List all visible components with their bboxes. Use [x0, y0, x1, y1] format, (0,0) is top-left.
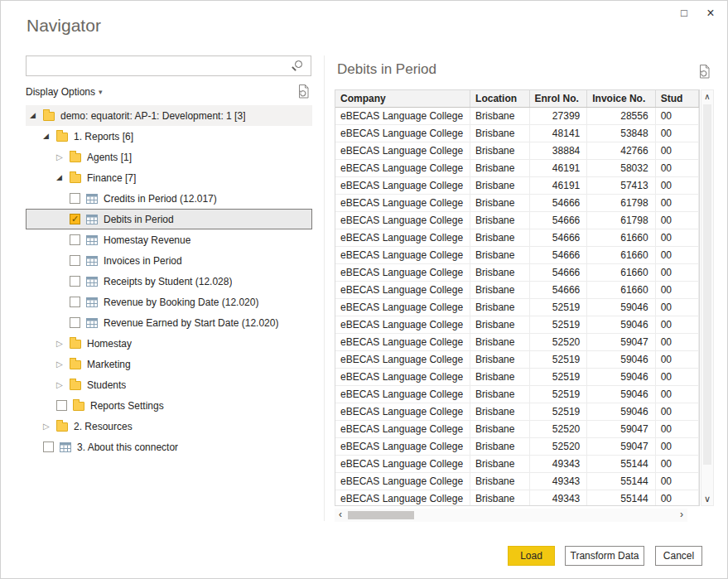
- tree-item[interactable]: ▷Homestay: [26, 333, 312, 354]
- tree-item[interactable]: Revenue Earned by Start Date (12.020): [26, 312, 312, 333]
- table-icon: [86, 297, 98, 307]
- item-checkbox[interactable]: [70, 317, 80, 328]
- tree-item[interactable]: Homestay Revenue: [26, 229, 312, 250]
- table-cell: 61660: [587, 263, 655, 281]
- scroll-left-icon[interactable]: ‹: [335, 509, 346, 522]
- table-cell: eBECAS Language College: [335, 176, 470, 194]
- item-checkbox[interactable]: ✓: [70, 214, 80, 224]
- table-cell: Brisbane: [470, 229, 529, 246]
- tree-item-label: Debits in Period: [104, 214, 174, 225]
- tree-item[interactable]: ◢demo: equatorit: AP-1: Development: 1 […: [26, 105, 312, 126]
- table-cell: 52519: [529, 350, 587, 368]
- column-header[interactable]: Company: [335, 90, 470, 107]
- column-header[interactable]: Invoice No.: [587, 90, 655, 107]
- collapse-arrow-icon[interactable]: ▷: [56, 340, 70, 348]
- folder-icon: [70, 153, 81, 162]
- expand-arrow-icon[interactable]: ◢: [56, 174, 70, 181]
- folder-icon: [70, 360, 81, 369]
- table-cell: 55144: [587, 472, 655, 490]
- collapse-arrow-icon[interactable]: ▷: [56, 153, 70, 162]
- horizontal-scroll-thumb[interactable]: [348, 511, 414, 519]
- table-cell: 38884: [529, 142, 587, 159]
- tree-item[interactable]: ▷Students: [26, 374, 312, 395]
- tree-item[interactable]: ✓Debits in Period: [26, 209, 312, 229]
- collapse-arrow-icon[interactable]: ▷: [56, 381, 70, 389]
- column-header[interactable]: Location: [470, 90, 529, 107]
- table-cell: 00: [655, 194, 698, 211]
- folder-icon: [43, 112, 55, 121]
- tree-item[interactable]: Receipts by Student (12.028): [26, 271, 312, 292]
- table-row: eBECAS Language CollegeBrisbane493435514…: [335, 472, 699, 490]
- tree-item[interactable]: ◢1. Reports [6]: [26, 126, 312, 147]
- scroll-down-icon[interactable]: ∨: [701, 493, 713, 504]
- tree-item[interactable]: ◢Finance [7]: [26, 167, 312, 188]
- collapse-arrow-icon[interactable]: ▷: [56, 360, 70, 369]
- cancel-button[interactable]: Cancel: [655, 546, 702, 566]
- minimize-button[interactable]: □: [673, 4, 696, 22]
- close-button[interactable]: ×: [699, 4, 722, 22]
- refresh-list-icon[interactable]: [297, 84, 311, 99]
- tree-item[interactable]: ▷Marketing: [26, 354, 312, 374]
- table-cell: Brisbane: [470, 281, 529, 298]
- tree-item[interactable]: Reports Settings: [26, 395, 312, 416]
- table-cell: 00: [655, 246, 698, 263]
- item-checkbox[interactable]: [70, 297, 80, 307]
- table-row: eBECAS Language CollegeBrisbane493435514…: [335, 490, 699, 506]
- item-checkbox[interactable]: [56, 400, 67, 411]
- table-cell: Brisbane: [470, 333, 529, 350]
- table-cell: Brisbane: [470, 211, 529, 229]
- item-checkbox[interactable]: [70, 276, 80, 287]
- tree-item-label: Reports Settings: [90, 400, 164, 412]
- item-checkbox[interactable]: [70, 234, 80, 245]
- table-cell: 00: [655, 211, 698, 229]
- table-row: eBECAS Language CollegeBrisbane461915803…: [335, 159, 699, 176]
- scroll-right-icon[interactable]: ›: [676, 509, 687, 522]
- display-options-dropdown[interactable]: Display Options▾: [26, 84, 103, 100]
- table-icon: [86, 215, 98, 224]
- load-button[interactable]: Load: [508, 546, 555, 566]
- tree-item-label: Marketing: [87, 359, 131, 370]
- vertical-scrollbar[interactable]: ∧ ∨: [701, 89, 714, 506]
- table-icon: [86, 318, 98, 328]
- column-header[interactable]: Enrol No.: [529, 90, 587, 107]
- table-row: eBECAS Language CollegeBrisbane481415384…: [335, 124, 699, 142]
- expand-arrow-icon[interactable]: ◢: [30, 112, 43, 119]
- table-cell: Brisbane: [470, 420, 529, 437]
- vertical-scroll-thumb[interactable]: [703, 104, 711, 465]
- table-cell: 52520: [529, 437, 587, 455]
- transform-data-button[interactable]: Transform Data: [565, 546, 644, 566]
- column-header[interactable]: Stud: [655, 90, 698, 107]
- table-cell: 00: [655, 263, 698, 281]
- expand-arrow-icon[interactable]: ◢: [43, 133, 56, 140]
- tree-item[interactable]: Invoices in Period: [26, 250, 312, 271]
- folder-icon: [56, 133, 68, 142]
- scroll-up-icon[interactable]: ∧: [701, 91, 713, 103]
- table-row: eBECAS Language CollegeBrisbane525195904…: [335, 298, 699, 316]
- table-icon: [86, 277, 98, 287]
- item-checkbox[interactable]: [70, 193, 80, 204]
- search-box[interactable]: [26, 55, 311, 76]
- tree-item[interactable]: 3. About this connector: [26, 437, 312, 457]
- item-checkbox[interactable]: [43, 441, 54, 452]
- tree-item[interactable]: Credits in Period (12.017): [26, 188, 312, 209]
- table-cell: 00: [655, 298, 698, 316]
- horizontal-scrollbar[interactable]: ‹ ›: [335, 509, 687, 522]
- table-cell: 59046: [587, 368, 655, 385]
- tree-item[interactable]: Revenue by Booking Date (12.020): [26, 292, 312, 312]
- collapse-arrow-icon[interactable]: ▷: [43, 422, 56, 431]
- tree-item-label: Revenue Earned by Start Date (12.020): [104, 317, 278, 329]
- table-cell: 00: [655, 420, 698, 437]
- item-checkbox[interactable]: [70, 255, 80, 266]
- tree-item[interactable]: ▷2. Resources: [26, 416, 312, 437]
- refresh-preview-icon[interactable]: [697, 64, 711, 80]
- table-row: eBECAS Language CollegeBrisbane525195904…: [335, 385, 699, 403]
- table-row: eBECAS Language CollegeBrisbane546666179…: [335, 211, 699, 229]
- search-input[interactable]: [27, 56, 292, 75]
- table-icon: [60, 442, 71, 452]
- table-cell: 00: [655, 142, 698, 159]
- search-icon[interactable]: [295, 60, 302, 68]
- table-row: eBECAS Language CollegeBrisbane525205904…: [335, 420, 699, 437]
- table-cell: 61798: [587, 194, 655, 211]
- table-cell: eBECAS Language College: [335, 211, 470, 229]
- tree-item[interactable]: ▷Agents [1]: [26, 147, 312, 167]
